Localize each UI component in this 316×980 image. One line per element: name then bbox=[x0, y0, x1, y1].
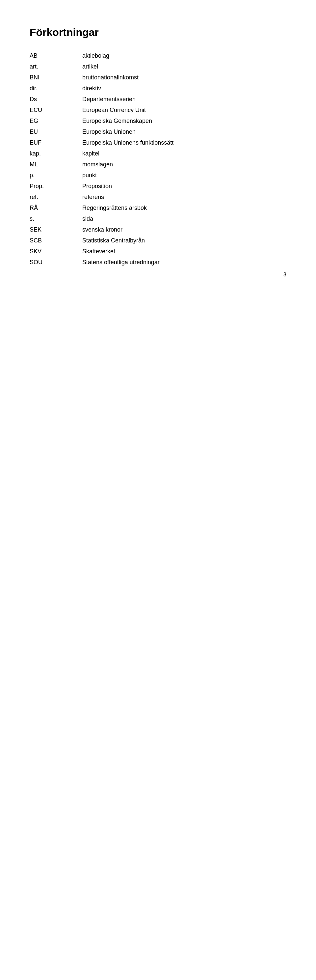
table-row: SEKsvenska kronor bbox=[30, 224, 286, 235]
definition-cell: Skatteverket bbox=[82, 246, 286, 257]
abbreviation-cell: AB bbox=[30, 50, 82, 61]
definition-cell: Europeiska Unionens funktionssätt bbox=[82, 137, 286, 148]
abbreviation-cell: p. bbox=[30, 170, 82, 181]
page-title: Förkortningar bbox=[30, 26, 286, 38]
definition-cell: Europeiska Unionen bbox=[82, 126, 286, 137]
abbreviation-cell: EUF bbox=[30, 137, 82, 148]
page-container: Förkortningar ABaktiebolagart.artikelBNI… bbox=[0, 0, 316, 294]
definition-cell: Statens offentliga utredningar bbox=[82, 257, 286, 268]
table-row: BNIbruttonationalinkomst bbox=[30, 72, 286, 83]
abbreviation-cell: ECU bbox=[30, 105, 82, 116]
definition-cell: kapitel bbox=[82, 148, 286, 159]
table-row: kap.kapitel bbox=[30, 148, 286, 159]
abbreviation-cell: EU bbox=[30, 126, 82, 137]
definition-cell: punkt bbox=[82, 170, 286, 181]
abbreviation-cell: Ds bbox=[30, 94, 82, 105]
table-row: SCBStatistiska Centralbyrån bbox=[30, 235, 286, 246]
abbreviation-cell: SOU bbox=[30, 257, 82, 268]
abbreviation-cell: Prop. bbox=[30, 181, 82, 192]
definition-cell: Statistiska Centralbyrån bbox=[82, 235, 286, 246]
definition-cell: svenska kronor bbox=[82, 224, 286, 235]
definition-cell: Proposition bbox=[82, 181, 286, 192]
definition-cell: European Currency Unit bbox=[82, 105, 286, 116]
definition-cell: direktiv bbox=[82, 83, 286, 94]
table-row: SKVSkatteverket bbox=[30, 246, 286, 257]
table-row: p.punkt bbox=[30, 170, 286, 181]
definition-cell: Europeiska Gemenskapen bbox=[82, 116, 286, 126]
definition-cell: Regeringsrättens årsbok bbox=[82, 203, 286, 213]
abbreviation-cell: s. bbox=[30, 213, 82, 224]
table-row: DsDepartementsserien bbox=[30, 94, 286, 105]
definition-cell: momslagen bbox=[82, 159, 286, 170]
page-number: 3 bbox=[283, 272, 286, 278]
table-row: EUEuropeiska Unionen bbox=[30, 126, 286, 137]
abbreviation-cell: BNI bbox=[30, 72, 82, 83]
definition-cell: referens bbox=[82, 192, 286, 203]
table-row: art.artikel bbox=[30, 61, 286, 72]
definition-cell: bruttonationalinkomst bbox=[82, 72, 286, 83]
abbreviations-table: ABaktiebolagart.artikelBNIbruttonational… bbox=[30, 50, 286, 268]
abbreviation-cell: SCB bbox=[30, 235, 82, 246]
abbreviation-cell: SEK bbox=[30, 224, 82, 235]
table-row: ABaktiebolag bbox=[30, 50, 286, 61]
abbreviation-cell: dir. bbox=[30, 83, 82, 94]
table-row: EGEuropeiska Gemenskapen bbox=[30, 116, 286, 126]
abbreviation-cell: kap. bbox=[30, 148, 82, 159]
table-row: RÅRegeringsrättens årsbok bbox=[30, 203, 286, 213]
abbreviation-cell: ref. bbox=[30, 192, 82, 203]
table-row: s.sida bbox=[30, 213, 286, 224]
abbreviation-cell: EG bbox=[30, 116, 82, 126]
abbreviation-cell: art. bbox=[30, 61, 82, 72]
table-row: ECUEuropean Currency Unit bbox=[30, 105, 286, 116]
abbreviation-cell: ML bbox=[30, 159, 82, 170]
table-row: dir.direktiv bbox=[30, 83, 286, 94]
table-row: MLmomslagen bbox=[30, 159, 286, 170]
definition-cell: artikel bbox=[82, 61, 286, 72]
definition-cell: Departementsserien bbox=[82, 94, 286, 105]
definition-cell: aktiebolag bbox=[82, 50, 286, 61]
table-row: Prop.Proposition bbox=[30, 181, 286, 192]
table-row: SOUStatens offentliga utredningar bbox=[30, 257, 286, 268]
abbreviation-cell: SKV bbox=[30, 246, 82, 257]
table-row: ref.referens bbox=[30, 192, 286, 203]
definition-cell: sida bbox=[82, 213, 286, 224]
abbreviation-cell: RÅ bbox=[30, 203, 82, 213]
table-row: EUFEuropeiska Unionens funktionssätt bbox=[30, 137, 286, 148]
